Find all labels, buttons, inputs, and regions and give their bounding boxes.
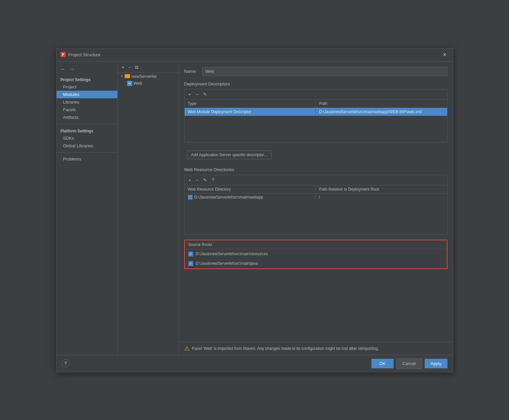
sidebar-item-sdks[interactable]: SDKs	[57, 134, 117, 142]
web-resource-section: Web Resource Directories + − ✎ ? Web Res…	[184, 167, 447, 234]
tree-panel: + − ⧉ ▼ newServerlet W Web	[118, 62, 179, 355]
cancel-button[interactable]: Cancel	[396, 358, 422, 369]
dd-remove-button[interactable]: −	[194, 91, 200, 97]
sidebar-item-project[interactable]: Project	[57, 83, 117, 91]
tree-toolbar: + − ⧉	[118, 63, 179, 73]
forward-button[interactable]: →	[68, 66, 76, 73]
tree-project-item[interactable]: ▼ newServerlet	[118, 73, 179, 80]
source-roots-label: Source Roots	[185, 240, 447, 249]
sidebar-item-global-libraries[interactable]: Global Libraries	[57, 142, 117, 150]
type-column-header: Type	[185, 100, 316, 108]
checkmark-0: ✓	[189, 252, 192, 256]
dd-add-button[interactable]: +	[187, 91, 192, 97]
dialog-title: Project Structure	[68, 52, 101, 57]
source-root-checkbox-0[interactable]: ✓	[188, 252, 193, 257]
sidebar: ← → Project Settings Project Modules Lib…	[57, 62, 118, 355]
source-root-checkbox-1[interactable]: ✓	[188, 261, 193, 266]
source-root-row-0: ✓ D:\Java\newServerlet\src\main\resource…	[185, 249, 447, 259]
ok-button[interactable]: OK	[371, 359, 394, 368]
name-input[interactable]	[202, 67, 447, 76]
name-row: Name:	[184, 67, 447, 76]
warning-bar: ⚠ Facet 'Web' is imported from Maven. An…	[179, 342, 453, 355]
deployment-descriptors-box: + − ✎ Type Path Web Module Deployment De…	[184, 89, 447, 143]
panel-content: Name: Deployment Descriptors + − ✎ Type …	[179, 62, 453, 342]
title-bar-left: P Project Structure	[61, 52, 101, 57]
web-resource-empty	[185, 201, 447, 234]
project-settings-header: Project Settings	[57, 75, 117, 83]
sidebar-item-artifacts[interactable]: Artifacts	[57, 114, 117, 121]
tree-remove-button[interactable]: −	[127, 64, 132, 70]
deployment-table-header: Type Path	[185, 100, 447, 108]
back-button[interactable]: ←	[59, 66, 67, 73]
web-resource-row-0[interactable]: D:\Java\newServerlet\src\main\webapp /	[185, 194, 447, 201]
web-resource-header: Web Resource Directory Path Relative to …	[185, 185, 447, 194]
path-column-header: Path	[316, 100, 447, 108]
title-bar: P Project Structure ✕	[57, 48, 453, 62]
main-content: ← → Project Settings Project Modules Lib…	[57, 62, 453, 355]
help-button[interactable]: ?	[62, 359, 70, 367]
deployment-row-0[interactable]: Web Module Deployment Descriptor D:\Java…	[185, 108, 447, 116]
wr-add-button[interactable]: +	[187, 177, 192, 183]
source-root-path-1: D:\Java\newServerlet\src\main\java	[196, 261, 258, 266]
web-resource-label: Web Resource Directories	[184, 167, 447, 172]
folder-icon	[125, 74, 130, 78]
web-resource-box: + − ✎ ? Web Resource Directory Path Rela…	[184, 175, 447, 234]
checkmark-1: ✓	[189, 261, 192, 266]
wr-edit-button[interactable]: ✎	[202, 177, 208, 183]
sidebar-item-facets[interactable]: Facets	[57, 106, 117, 114]
platform-settings-header: Platform Settings	[57, 127, 117, 134]
name-label: Name:	[184, 69, 199, 74]
tree-project-name: newServerlet	[131, 74, 156, 79]
resource-folder-icon	[188, 195, 192, 200]
wr-remove-button[interactable]: −	[194, 177, 200, 183]
resource-relpath-cell: /	[316, 195, 444, 200]
nav-toolbar: ← →	[57, 64, 117, 75]
resource-dir-header: Web Resource Directory	[185, 185, 316, 193]
project-structure-dialog: P Project Structure ✕ ← → Project Settin…	[56, 48, 453, 372]
sidebar-item-problems[interactable]: Problems	[57, 155, 117, 163]
bottom-bar: ? OK Cancel Apply	[57, 355, 453, 372]
deployment-path-cell: D:\Java\newServerlet\src\main\webapp\WEB…	[316, 108, 447, 116]
tree-arrow-icon: ▼	[120, 74, 124, 78]
right-panel: Name: Deployment Descriptors + − ✎ Type …	[179, 62, 453, 355]
wr-help-button[interactable]: ?	[210, 177, 216, 183]
source-root-path-0: D:\Java\newServerlet\src\main\resources	[196, 252, 268, 256]
web-module-icon: W	[127, 81, 132, 86]
sidebar-item-modules[interactable]: Modules	[57, 91, 117, 98]
app-icon: P	[61, 52, 66, 57]
resource-dir-text: D:\Java\newServerlet\src\main\webapp	[194, 195, 263, 200]
deployment-descriptors-label: Deployment Descriptors	[184, 81, 447, 86]
resource-dir-cell: D:\Java\newServerlet\src\main\webapp	[188, 195, 316, 200]
tree-copy-button[interactable]: ⧉	[134, 64, 140, 70]
warning-icon: ⚠	[184, 345, 190, 352]
sidebar-divider-1	[57, 124, 117, 124]
tree-module-item[interactable]: W Web	[118, 80, 179, 87]
apply-button[interactable]: Apply	[425, 359, 447, 368]
dd-edit-button[interactable]: ✎	[202, 91, 208, 97]
rel-path-header: Path Relative to Deployment Root	[316, 185, 447, 193]
deployment-empty-space	[185, 116, 447, 142]
tree-add-button[interactable]: +	[120, 64, 126, 70]
tree-module-name: Web	[134, 81, 143, 86]
deployment-toolbar: + − ✎	[185, 89, 447, 100]
web-resource-toolbar: + − ✎ ?	[185, 175, 447, 185]
warning-text: Facet 'Web' is imported from Maven. Any …	[192, 346, 379, 351]
sidebar-divider-2	[57, 152, 117, 153]
add-server-descriptor-button[interactable]: Add Application Server specific descript…	[187, 151, 272, 159]
close-button[interactable]: ✕	[441, 51, 449, 59]
sidebar-item-libraries[interactable]: Libraries	[57, 98, 117, 106]
source-roots-box: Source Roots ✓ D:\Java\newServerlet\src\…	[184, 240, 447, 269]
deployment-type-cell: Web Module Deployment Descriptor	[185, 108, 316, 116]
source-root-row-1: ✓ D:\Java\newServerlet\src\main\java	[185, 259, 447, 268]
